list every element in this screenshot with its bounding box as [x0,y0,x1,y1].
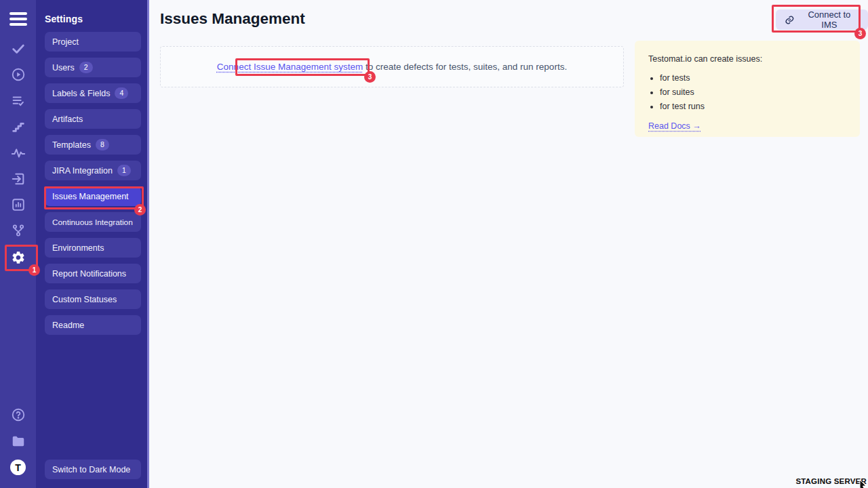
count-badge: 1 [117,165,131,176]
count-badge: 8 [96,139,109,150]
testomat-settings-app: T Settings Project Users2 Labels & Field… [0,0,868,488]
settings-sidebar: Settings Project Users2 Labels & Fields4… [36,0,149,488]
hamburger-menu-icon[interactable] [9,12,27,26]
sidebar-item-environments[interactable]: Environments [45,238,141,258]
sidebar-item-label: JIRA Integration [52,166,113,176]
list-item: for suites [660,87,846,97]
sidebar-item-readme[interactable]: Readme [45,315,141,335]
mouse-cursor [859,480,868,488]
sidebar-item-labels-fields[interactable]: Labels & Fields4 [45,83,141,103]
sidebar-item-templates[interactable]: Templates8 [45,135,141,155]
sidebar-item-label: Readme [52,321,84,330]
steps-stairs-icon[interactable] [10,119,26,135]
help-circle-icon[interactable] [10,407,26,423]
sidebar-item-label: Project [52,37,79,47]
git-branch-icon[interactable] [10,222,26,239]
sidebar-item-users[interactable]: Users2 [45,58,141,77]
import-sign-in-icon[interactable] [10,171,26,187]
sidebar-item-custom-statuses[interactable]: Custom Statuses [45,289,141,309]
runs-play-circle-icon[interactable] [10,66,26,83]
count-badge: 4 [115,87,128,99]
empty-state-sentence: Connect Issue Management system to creat… [217,62,567,72]
icon-rail: T [0,0,36,488]
sidebar-item-label: Templates [52,140,91,150]
connect-to-ims-button[interactable]: Connect to IMS [776,9,868,30]
sidebar-item-label: Labels & Fields [52,89,110,98]
staging-server-badge: STAGING SERVER [795,477,867,485]
test-plans-list-check-icon[interactable] [10,93,26,109]
settings-gear-icon[interactable] [10,249,26,266]
sidebar-item-continuous-integration[interactable]: Continuous Integration [45,212,141,232]
count-badge: 2 [79,62,93,73]
sidebar-item-project[interactable]: Project [45,32,141,52]
connect-ims-label: Connect to IMS [800,9,859,30]
sidebar-scrollbar[interactable] [147,0,149,488]
connect-issue-management-link[interactable]: Connect Issue Management system [217,62,363,72]
sidebar-item-label: Artifacts [52,115,83,124]
sidebar-item-artifacts[interactable]: Artifacts [45,109,141,129]
empty-state-box: Connect Issue Management system to creat… [160,46,624,87]
sidebar-item-jira-integration[interactable]: JIRA Integration1 [45,161,141,180]
reports-bar-chart-icon[interactable] [10,197,26,213]
pulse-activity-icon[interactable] [10,145,26,161]
sidebar-item-report-notifications[interactable]: Report Notifications [45,264,141,283]
read-docs-link[interactable]: Read Docs → [648,121,701,131]
list-item: for tests [660,73,846,83]
switch-dark-mode-button[interactable]: Switch to Dark Mode [45,460,141,479]
list-item: for test runs [660,102,846,111]
dark-mode-label: Switch to Dark Mode [52,465,130,474]
info-panel-list: for tests for suites for test runs [660,73,846,111]
testomat-logo[interactable]: T [10,460,26,475]
page-title: Issues Management [160,10,305,28]
sidebar-item-label: Custom Statuses [52,295,117,304]
sidebar-item-label: Users [52,63,75,73]
sidebar-title: Settings [45,14,141,24]
main-content: Issues Management Connect to IMS Connect… [149,0,868,488]
info-panel: Testomat.io can create issues: for tests… [635,41,860,137]
sidebar-item-label: Environments [52,243,104,253]
projects-folder-icon[interactable] [10,433,26,449]
sidebar-item-label: Issues Management [52,192,129,201]
sidebar-item-label: Continuous Integration [52,218,133,227]
sidebar-item-issues-management[interactable]: Issues Management [45,186,141,206]
empty-state-text: to create defects for tests, suites, and… [366,62,567,72]
tests-check-icon[interactable] [10,41,26,57]
link-icon [785,15,795,25]
info-panel-title: Testomat.io can create issues: [648,54,846,64]
sidebar-item-label: Report Notifications [52,269,126,279]
